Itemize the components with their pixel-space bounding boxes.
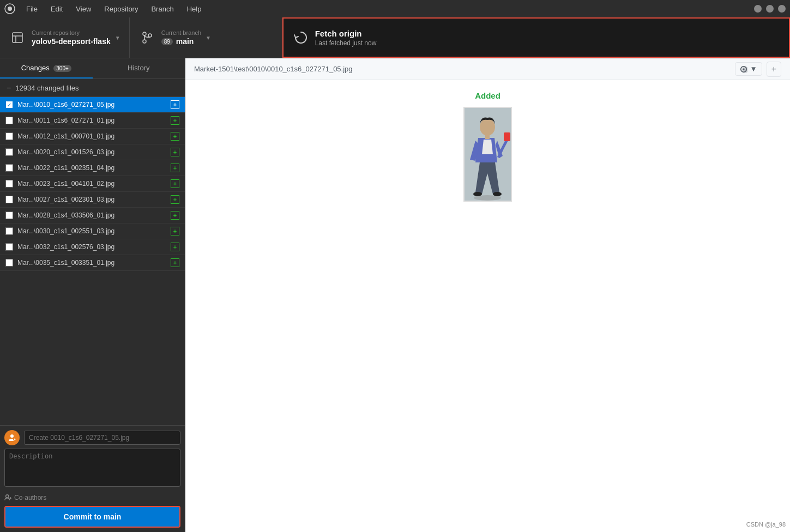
- menu-edit[interactable]: Edit: [45, 3, 68, 15]
- content-body: Added: [185, 80, 790, 532]
- file-checkbox[interactable]: [5, 211, 13, 219]
- file-list-item[interactable]: ✓Mar...\0010_c1s6_027271_05.jpg+: [0, 97, 185, 113]
- menu-bar: File Edit View Repository Branch Help: [21, 3, 207, 15]
- branch-value: 89 main: [161, 37, 201, 46]
- fetch-title: Fetch origin: [315, 29, 377, 38]
- fetch-origin-section[interactable]: Fetch origin Last fetched just now: [282, 17, 790, 58]
- branch-text: Current branch 89 main: [161, 29, 201, 46]
- file-checkbox[interactable]: [5, 117, 13, 124]
- menu-help[interactable]: Help: [182, 3, 207, 15]
- branch-icon: [138, 29, 156, 46]
- title-bar: File Edit View Repository Branch Help — …: [0, 0, 790, 17]
- collapse-icon[interactable]: −: [7, 83, 11, 92]
- header-actions: ▼ +: [735, 62, 781, 77]
- file-checkbox[interactable]: [5, 243, 13, 251]
- file-added-icon: +: [171, 195, 179, 204]
- file-list-item[interactable]: Mar...\0027_c1s1_002301_03.jpg+: [0, 192, 185, 208]
- svg-rect-22: [485, 135, 490, 139]
- file-checkbox[interactable]: [5, 180, 13, 188]
- commit-summary: [4, 430, 180, 445]
- fetch-icon: [292, 29, 310, 46]
- file-checkbox[interactable]: [5, 259, 13, 267]
- main-layout: Changes 300+ History − 12934 changed fil…: [0, 58, 790, 532]
- changed-files-count: 12934 changed files: [15, 84, 79, 92]
- file-checkbox[interactable]: ✓: [5, 101, 13, 108]
- svg-point-13: [6, 495, 9, 498]
- sidebar: Changes 300+ History − 12934 changed fil…: [0, 58, 185, 532]
- file-checkbox[interactable]: [5, 132, 13, 140]
- file-list-item[interactable]: Mar...\0023_c1s1_004101_02.jpg+: [0, 176, 185, 192]
- file-list-item[interactable]: Mar...\0035_c1s1_003351_01.jpg+: [0, 255, 185, 271]
- commit-area: Co-authors Commit to main: [0, 425, 185, 532]
- tab-history[interactable]: History: [93, 58, 185, 78]
- content-area: Market-1501\test\0010\0010_c1s6_027271_0…: [185, 58, 790, 532]
- file-list-item[interactable]: Mar...\0011_c1s6_027271_01.jpg+: [0, 113, 185, 129]
- file-name: Mar...\0032_c1s1_002576_03.jpg: [17, 243, 168, 251]
- watermark: CSDN @ja_98: [746, 521, 786, 528]
- commit-description[interactable]: [4, 449, 180, 487]
- branch-dropdown-arrow: ▼: [206, 35, 211, 41]
- tab-changes[interactable]: Changes 300+: [0, 58, 93, 78]
- current-repo-section[interactable]: Current repository yolov5-deepsort-flask…: [0, 17, 130, 58]
- add-button[interactable]: +: [767, 62, 781, 77]
- file-list-item[interactable]: Mar...\0020_c1s1_001526_03.jpg+: [0, 144, 185, 160]
- file-added-icon: +: [171, 258, 179, 267]
- file-name: Mar...\0020_c1s1_001526_03.jpg: [17, 148, 168, 156]
- file-checkbox[interactable]: [5, 227, 13, 235]
- file-name: Mar...\0030_c1s1_002551_03.jpg: [17, 227, 168, 235]
- current-branch-section[interactable]: Current branch 89 main ▼: [130, 17, 282, 58]
- commit-avatar: [4, 430, 20, 445]
- file-name: Mar...\0022_c1s1_002351_04.jpg: [17, 164, 168, 172]
- branch-label: Current branch: [161, 29, 201, 36]
- repo-icon: [9, 29, 26, 46]
- file-checkbox[interactable]: [5, 148, 13, 156]
- svg-point-18: [473, 192, 482, 196]
- file-name: Mar...\0011_c1s6_027271_01.jpg: [17, 117, 168, 124]
- gear-dropdown-arrow: ▼: [750, 65, 757, 73]
- file-list-item[interactable]: Mar...\0012_c1s1_000701_01.jpg+: [0, 129, 185, 144]
- file-added-icon: +: [171, 227, 179, 235]
- file-checkbox[interactable]: [5, 164, 13, 172]
- menu-repository[interactable]: Repository: [99, 3, 143, 15]
- maximize-button[interactable]: □: [766, 5, 774, 13]
- breadcrumb: Market-1501\test\0010\0010_c1s6_027271_0…: [194, 65, 353, 73]
- file-name: Mar...\0010_c1s6_027271_05.jpg: [17, 101, 168, 108]
- file-added-icon: +: [171, 243, 179, 251]
- image-preview: [463, 107, 512, 202]
- menu-branch[interactable]: Branch: [146, 3, 179, 15]
- gear-button[interactable]: ▼: [735, 62, 762, 76]
- svg-point-21: [480, 118, 495, 136]
- file-name: Mar...\0028_c1s4_033506_01.jpg: [17, 211, 168, 219]
- file-checkbox[interactable]: [5, 196, 13, 203]
- svg-point-19: [493, 192, 502, 196]
- commit-summary-input[interactable]: [24, 431, 180, 445]
- svg-point-7: [148, 34, 152, 37]
- file-added-icon: +: [171, 116, 179, 125]
- content-header: Market-1501\test\0010\0010_c1s6_027271_0…: [185, 58, 790, 80]
- file-list-item[interactable]: Mar...\0030_c1s1_002551_03.jpg+: [0, 223, 185, 239]
- svg-rect-20: [504, 132, 510, 141]
- repo-label: Current repository: [32, 29, 111, 36]
- toolbar: Current repository yolov5-deepsort-flask…: [0, 17, 790, 58]
- file-name: Mar...\0012_c1s1_000701_01.jpg: [17, 132, 168, 140]
- file-added-icon: +: [171, 148, 179, 156]
- file-added-icon: +: [171, 211, 179, 220]
- file-list-item[interactable]: Mar...\0028_c1s4_033506_01.jpg+: [0, 208, 185, 223]
- file-added-icon: +: [171, 132, 179, 141]
- file-name: Mar...\0035_c1s1_003351_01.jpg: [17, 259, 168, 267]
- added-label: Added: [475, 91, 500, 100]
- file-added-icon: +: [171, 164, 179, 172]
- fetch-text: Fetch origin Last fetched just now: [315, 29, 377, 47]
- svg-point-6: [143, 40, 146, 43]
- close-button[interactable]: ✕: [778, 5, 786, 13]
- file-name: Mar...\0027_c1s1_002301_03.jpg: [17, 196, 168, 203]
- sidebar-tabs: Changes 300+ History: [0, 58, 185, 79]
- co-authors-button[interactable]: Co-authors: [4, 492, 180, 504]
- file-list-item[interactable]: Mar...\0022_c1s1_002351_04.jpg+: [0, 160, 185, 176]
- minimize-button[interactable]: —: [754, 5, 762, 13]
- menu-file[interactable]: File: [21, 3, 43, 15]
- svg-point-9: [10, 434, 14, 438]
- file-list-item[interactable]: Mar...\0032_c1s1_002576_03.jpg+: [0, 239, 185, 255]
- menu-view[interactable]: View: [70, 3, 97, 15]
- commit-button[interactable]: Commit to main: [5, 507, 179, 527]
